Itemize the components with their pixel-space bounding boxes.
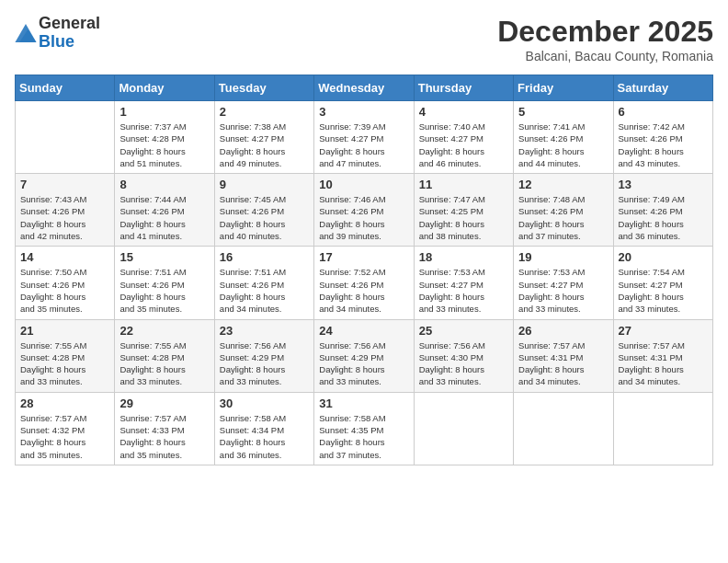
calendar-week-row: 14Sunrise: 7:50 AM Sunset: 4:26 PM Dayli… — [16, 247, 713, 319]
calendar-header-saturday: Saturday — [613, 75, 712, 101]
day-number: 26 — [518, 324, 608, 338]
day-number: 3 — [319, 105, 408, 119]
calendar-cell: 31Sunrise: 7:58 AM Sunset: 4:35 PM Dayli… — [314, 392, 414, 465]
day-info: Sunrise: 7:55 AM Sunset: 4:28 PM Dayligh… — [20, 339, 109, 388]
day-number: 8 — [119, 178, 209, 191]
day-number: 9 — [220, 178, 309, 191]
day-info: Sunrise: 7:50 AM Sunset: 4:26 PM Dayligh… — [20, 266, 109, 315]
day-info: Sunrise: 7:40 AM Sunset: 4:27 PM Dayligh… — [419, 121, 508, 169]
day-info: Sunrise: 7:58 AM Sunset: 4:34 PM Dayligh… — [220, 412, 309, 461]
calendar-week-row: 28Sunrise: 7:57 AM Sunset: 4:32 PM Dayli… — [16, 392, 713, 465]
calendar-cell: 21Sunrise: 7:55 AM Sunset: 4:28 PM Dayli… — [16, 319, 115, 392]
day-number: 28 — [20, 396, 109, 410]
calendar-cell: 23Sunrise: 7:56 AM Sunset: 4:29 PM Dayli… — [214, 319, 313, 392]
calendar-cell: 11Sunrise: 7:47 AM Sunset: 4:25 PM Dayli… — [414, 174, 513, 247]
day-info: Sunrise: 7:53 AM Sunset: 4:27 PM Dayligh… — [518, 266, 608, 315]
calendar-header-friday: Friday — [514, 75, 613, 101]
calendar-cell: 10Sunrise: 7:46 AM Sunset: 4:26 PM Dayli… — [314, 174, 414, 247]
day-number: 21 — [20, 324, 109, 338]
calendar-cell: 22Sunrise: 7:55 AM Sunset: 4:28 PM Dayli… — [115, 319, 214, 392]
calendar-table: SundayMondayTuesdayWednesdayThursdayFrid… — [15, 75, 713, 465]
day-number: 11 — [419, 178, 508, 191]
day-info: Sunrise: 7:56 AM Sunset: 4:29 PM Dayligh… — [220, 339, 309, 388]
logo-icon — [15, 24, 37, 42]
calendar-cell: 5Sunrise: 7:41 AM Sunset: 4:26 PM Daylig… — [514, 101, 613, 174]
day-number: 25 — [419, 324, 508, 338]
calendar-cell: 15Sunrise: 7:51 AM Sunset: 4:26 PM Dayli… — [115, 247, 214, 319]
calendar-cell: 20Sunrise: 7:54 AM Sunset: 4:27 PM Dayli… — [613, 247, 712, 319]
logo-blue: Blue — [39, 32, 74, 51]
calendar-cell: 16Sunrise: 7:51 AM Sunset: 4:26 PM Dayli… — [214, 247, 313, 319]
day-number: 12 — [518, 178, 608, 191]
day-info: Sunrise: 7:49 AM Sunset: 4:26 PM Dayligh… — [619, 193, 708, 242]
calendar-cell: 4Sunrise: 7:40 AM Sunset: 4:27 PM Daylig… — [414, 101, 513, 174]
day-number: 10 — [319, 178, 408, 191]
title-block: December 2025 Balcani, Bacau County, Rom… — [497, 15, 713, 63]
calendar-cell: 28Sunrise: 7:57 AM Sunset: 4:32 PM Dayli… — [16, 392, 115, 465]
logo-text: General Blue — [39, 15, 100, 52]
calendar-header-thursday: Thursday — [414, 75, 513, 101]
calendar-cell: 8Sunrise: 7:44 AM Sunset: 4:26 PM Daylig… — [115, 174, 214, 247]
calendar-cell: 30Sunrise: 7:58 AM Sunset: 4:34 PM Dayli… — [214, 392, 313, 465]
calendar-week-row: 1Sunrise: 7:37 AM Sunset: 4:28 PM Daylig… — [16, 101, 713, 174]
day-info: Sunrise: 7:39 AM Sunset: 4:27 PM Dayligh… — [319, 121, 408, 169]
calendar-cell: 9Sunrise: 7:45 AM Sunset: 4:26 PM Daylig… — [214, 174, 313, 247]
calendar-cell: 14Sunrise: 7:50 AM Sunset: 4:26 PM Dayli… — [16, 247, 115, 319]
day-number: 16 — [220, 250, 309, 264]
calendar-header-wednesday: Wednesday — [314, 75, 414, 101]
calendar-cell: 7Sunrise: 7:43 AM Sunset: 4:26 PM Daylig… — [16, 174, 115, 247]
month-title: December 2025 — [497, 15, 713, 49]
day-number: 13 — [619, 178, 708, 191]
day-info: Sunrise: 7:56 AM Sunset: 4:30 PM Dayligh… — [419, 339, 508, 388]
day-number: 7 — [20, 178, 109, 191]
day-info: Sunrise: 7:57 AM Sunset: 4:33 PM Dayligh… — [119, 412, 209, 461]
day-info: Sunrise: 7:57 AM Sunset: 4:31 PM Dayligh… — [619, 339, 708, 388]
day-number: 29 — [119, 396, 209, 410]
day-number: 6 — [619, 105, 708, 119]
day-info: Sunrise: 7:54 AM Sunset: 4:27 PM Dayligh… — [619, 266, 708, 315]
day-info: Sunrise: 7:56 AM Sunset: 4:29 PM Dayligh… — [319, 339, 408, 388]
day-info: Sunrise: 7:48 AM Sunset: 4:26 PM Dayligh… — [518, 193, 608, 242]
calendar-week-row: 7Sunrise: 7:43 AM Sunset: 4:26 PM Daylig… — [16, 174, 713, 247]
day-number: 22 — [119, 324, 209, 338]
day-info: Sunrise: 7:53 AM Sunset: 4:27 PM Dayligh… — [419, 266, 508, 315]
day-number: 31 — [319, 396, 408, 410]
calendar-header-row: SundayMondayTuesdayWednesdayThursdayFrid… — [16, 75, 713, 101]
page-header: General Blue December 2025 Balcani, Baca… — [15, 15, 713, 63]
day-info: Sunrise: 7:37 AM Sunset: 4:28 PM Dayligh… — [119, 121, 209, 169]
day-number: 19 — [518, 250, 608, 264]
day-info: Sunrise: 7:41 AM Sunset: 4:26 PM Dayligh… — [518, 121, 608, 169]
calendar-cell — [414, 392, 513, 465]
logo: General Blue — [15, 15, 100, 52]
day-info: Sunrise: 7:43 AM Sunset: 4:26 PM Dayligh… — [20, 193, 109, 242]
day-info: Sunrise: 7:58 AM Sunset: 4:35 PM Dayligh… — [319, 412, 408, 461]
calendar-cell: 3Sunrise: 7:39 AM Sunset: 4:27 PM Daylig… — [314, 101, 414, 174]
calendar-cell — [514, 392, 613, 465]
day-info: Sunrise: 7:44 AM Sunset: 4:26 PM Dayligh… — [119, 193, 209, 242]
day-number: 15 — [119, 250, 209, 264]
day-number: 30 — [220, 396, 309, 410]
calendar-cell: 19Sunrise: 7:53 AM Sunset: 4:27 PM Dayli… — [514, 247, 613, 319]
calendar-cell: 25Sunrise: 7:56 AM Sunset: 4:30 PM Dayli… — [414, 319, 513, 392]
calendar-header-tuesday: Tuesday — [214, 75, 313, 101]
calendar-cell — [16, 101, 115, 174]
day-info: Sunrise: 7:38 AM Sunset: 4:27 PM Dayligh… — [220, 121, 309, 169]
day-info: Sunrise: 7:42 AM Sunset: 4:26 PM Dayligh… — [619, 121, 708, 169]
day-number: 17 — [319, 250, 408, 264]
calendar-header-sunday: Sunday — [16, 75, 115, 101]
day-info: Sunrise: 7:46 AM Sunset: 4:26 PM Dayligh… — [319, 193, 408, 242]
calendar-cell: 26Sunrise: 7:57 AM Sunset: 4:31 PM Dayli… — [514, 319, 613, 392]
day-info: Sunrise: 7:47 AM Sunset: 4:25 PM Dayligh… — [419, 193, 508, 242]
day-info: Sunrise: 7:55 AM Sunset: 4:28 PM Dayligh… — [119, 339, 209, 388]
calendar-cell: 13Sunrise: 7:49 AM Sunset: 4:26 PM Dayli… — [613, 174, 712, 247]
calendar-cell: 12Sunrise: 7:48 AM Sunset: 4:26 PM Dayli… — [514, 174, 613, 247]
calendar-cell: 6Sunrise: 7:42 AM Sunset: 4:26 PM Daylig… — [613, 101, 712, 174]
calendar-cell: 18Sunrise: 7:53 AM Sunset: 4:27 PM Dayli… — [414, 247, 513, 319]
calendar-header-monday: Monday — [115, 75, 214, 101]
location-subtitle: Balcani, Bacau County, Romania — [497, 49, 713, 63]
day-number: 2 — [220, 105, 309, 119]
calendar-cell: 24Sunrise: 7:56 AM Sunset: 4:29 PM Dayli… — [314, 319, 414, 392]
calendar-cell: 27Sunrise: 7:57 AM Sunset: 4:31 PM Dayli… — [613, 319, 712, 392]
day-number: 14 — [20, 250, 109, 264]
day-number: 23 — [220, 324, 309, 338]
